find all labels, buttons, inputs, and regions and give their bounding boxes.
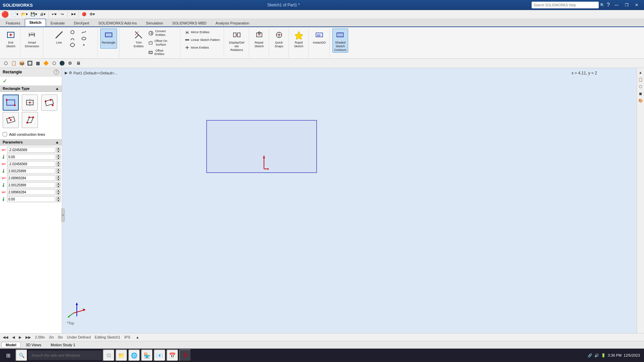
ellipse-button[interactable] <box>79 36 89 42</box>
circle-button[interactable] <box>67 29 77 35</box>
center-rect-button[interactable] <box>22 95 38 111</box>
print-button[interactable]: 🖨▾ <box>39 11 47 18</box>
linear-pattern-button[interactable]: Linear Sketch Pattern <box>183 36 222 44</box>
move-entities-button[interactable]: Move Entities <box>183 44 222 51</box>
quick-snaps-button[interactable]: QuickSnaps <box>272 28 286 49</box>
search-icon[interactable]: 🔍 <box>600 3 605 7</box>
arc-button[interactable] <box>67 36 77 42</box>
taskbar-search-input[interactable] <box>28 351 102 360</box>
corner-rect-button[interactable] <box>3 95 19 111</box>
right-panel-btn-5[interactable]: 🎨 <box>638 98 644 104</box>
x4-up[interactable]: ▲ <box>56 189 60 192</box>
rebuild-button[interactable]: 🔴 <box>80 11 88 18</box>
redo-button[interactable]: ↪ <box>58 11 66 18</box>
view-btn-5[interactable]: ▦ <box>34 60 42 67</box>
line-button[interactable]: Line <box>52 28 66 49</box>
parallelogram-button[interactable] <box>22 112 38 128</box>
view-btn-6[interactable]: 🔶 <box>42 60 50 67</box>
view-btn-3[interactable]: 📦 <box>18 60 25 67</box>
params-section-header[interactable]: Parameters ▲ <box>0 139 62 145</box>
bottom-tab-model[interactable]: Model <box>1 342 21 348</box>
exit-sketch-button[interactable]: ExitSketch <box>3 28 18 49</box>
open-button[interactable]: 📂▾ <box>20 11 29 18</box>
tab-dimxpert[interactable]: DimXpert <box>69 19 94 26</box>
taskbar-explorer[interactable]: 📁 <box>115 349 127 361</box>
y4-up[interactable]: ▲ <box>56 196 60 199</box>
right-panel-btn-4[interactable]: ◼ <box>638 90 644 97</box>
y3-input[interactable] <box>7 182 55 188</box>
instant2d-button[interactable]: 2D Instant2D <box>311 28 328 49</box>
x1-input[interactable] <box>7 147 55 153</box>
status-arrow-up[interactable]: ▲ <box>136 335 139 339</box>
x2-input[interactable] <box>7 161 55 167</box>
convert-entities-button[interactable]: ConvertEntities <box>147 28 169 38</box>
view-btn-7[interactable]: ⬡ <box>50 60 58 67</box>
3pt-corner-rect-button[interactable] <box>41 95 57 111</box>
3pt-center-rect-button[interactable] <box>3 112 19 128</box>
new-button[interactable]: 📄▾ <box>11 11 19 18</box>
taskbar-search[interactable]: 🔍 <box>15 349 28 361</box>
panel-help-button[interactable]: ? <box>54 69 59 75</box>
start-button[interactable]: ⊞ <box>1 349 15 362</box>
y2-input[interactable] <box>7 168 55 174</box>
y4-input[interactable] <box>7 196 55 202</box>
status-nav-next[interactable]: ▶ <box>19 335 21 340</box>
y1-down[interactable]: ▼ <box>56 157 60 160</box>
options-button[interactable]: ⚙▾ <box>89 11 96 18</box>
y2-up[interactable]: ▲ <box>56 168 60 171</box>
tab-simulation[interactable]: Simulation <box>142 19 167 26</box>
minimize-button[interactable]: — <box>612 2 621 8</box>
bottom-tab-3dviews[interactable]: 3D Views <box>21 342 46 348</box>
tab-evaluate[interactable]: Evaluate <box>46 19 69 26</box>
close-button[interactable]: ✕ <box>632 2 641 8</box>
x1-up[interactable]: ▲ <box>56 147 60 150</box>
taskbar-sw[interactable]: S <box>179 349 191 361</box>
trim-entities-button[interactable]: TrimEntities <box>131 28 146 57</box>
x4-down[interactable]: ▼ <box>56 192 60 195</box>
y3-up[interactable]: ▲ <box>56 182 60 185</box>
spline-button[interactable] <box>79 29 89 35</box>
taskbar-taskview[interactable]: ⧉ <box>103 349 115 361</box>
offset-surface-button[interactable]: Offset OnSurface <box>147 38 169 48</box>
point-button[interactable] <box>79 42 89 48</box>
x2-up[interactable]: ▲ <box>56 161 60 164</box>
y4-down[interactable]: ▼ <box>56 199 60 202</box>
bottom-tab-motion[interactable]: Motion Study 1 <box>46 342 79 348</box>
y3-down[interactable]: ▼ <box>56 185 60 188</box>
tab-analysis[interactable]: Analysis Preparation <box>211 19 254 26</box>
taskbar-edge[interactable]: 🌐 <box>128 349 140 361</box>
x1-down[interactable]: ▼ <box>56 150 60 153</box>
shaded-sketch-button[interactable]: ShadedSketchContours <box>332 28 348 53</box>
display-delete-button[interactable]: Display/DeleteRelations <box>227 28 247 53</box>
right-panel-btn-2[interactable]: 📋 <box>638 76 644 82</box>
taskbar-store[interactable]: 🏪 <box>141 349 153 361</box>
taskbar-calendar[interactable]: 📅 <box>166 349 178 361</box>
view-btn-9[interactable]: ⚙ <box>66 60 74 67</box>
save-button[interactable]: 💾▾ <box>30 11 38 18</box>
view-btn-2[interactable]: 📋 <box>10 60 17 67</box>
construction-lines-checkbox[interactable] <box>3 132 7 136</box>
view-btn-10[interactable]: 🖥 <box>74 60 82 67</box>
canvas-area[interactable]: ▶ ⚙ Part1 (Default<<Default>... x = 4.11… <box>62 68 644 349</box>
undo-button[interactable]: ↩▾ <box>50 11 58 18</box>
y1-input[interactable] <box>7 154 55 160</box>
x3-down[interactable]: ▼ <box>56 178 60 181</box>
x3-input[interactable] <box>7 175 55 181</box>
tab-sketch[interactable]: Sketch <box>25 19 46 26</box>
rapid-sketch-button[interactable]: RapidSketch <box>291 28 306 49</box>
tab-addins[interactable]: SOLIDWORKS Add-Ins <box>94 19 141 26</box>
polygon-button[interactable] <box>67 42 77 48</box>
ok-check[interactable]: ✓ <box>0 76 62 85</box>
tab-features[interactable]: Features <box>1 19 24 26</box>
x2-down[interactable]: ▼ <box>56 164 60 167</box>
search-input[interactable] <box>532 2 599 8</box>
status-nav-left[interactable]: ◀◀ <box>3 335 8 340</box>
repair-sketch-button[interactable]: RepairSketch <box>252 28 267 49</box>
rectangle-button[interactable]: Rectangle <box>100 28 117 49</box>
status-nav-prev[interactable]: ◀ <box>12 335 15 340</box>
taskbar-mail[interactable]: 📧 <box>154 349 166 361</box>
help-icon[interactable]: ? <box>607 2 610 8</box>
tab-mbd[interactable]: SOLIDWORKS MBD <box>168 19 211 26</box>
x4-input[interactable] <box>7 189 55 195</box>
view-btn-8[interactable]: 🌑 <box>58 60 66 67</box>
